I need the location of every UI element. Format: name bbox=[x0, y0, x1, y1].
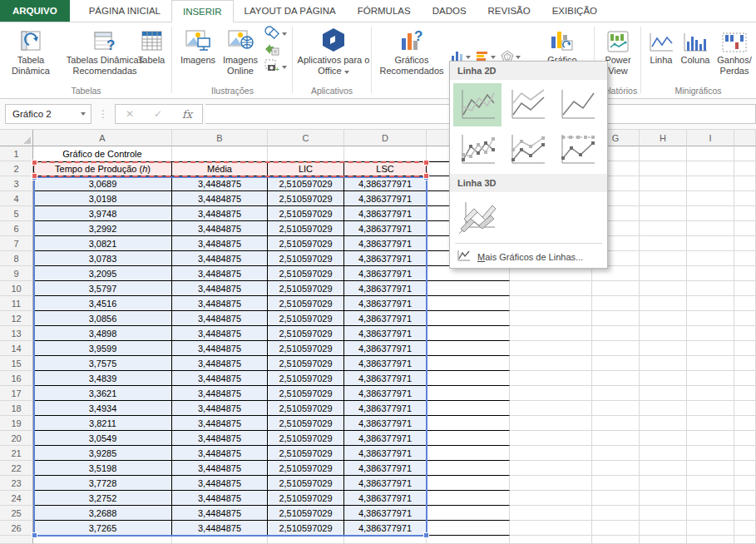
cell[interactable] bbox=[640, 281, 687, 296]
cell-data[interactable]: 3,4484875 bbox=[172, 296, 268, 311]
cell[interactable] bbox=[427, 371, 510, 386]
cell[interactable] bbox=[640, 416, 687, 431]
tile-line-markers-chart[interactable] bbox=[453, 128, 502, 171]
cell-data[interactable]: 3,4484875 bbox=[172, 176, 268, 191]
cell-data[interactable]: 4,386377971 bbox=[344, 476, 427, 491]
ribbon-tab-arquivo[interactable]: ARQUIVO bbox=[0, 0, 70, 22]
pivot-table-button[interactable]: Tabela Dinâmica bbox=[7, 25, 55, 76]
cell-data[interactable]: 3,9285 bbox=[33, 446, 172, 461]
cell-data[interactable]: 4,386377971 bbox=[344, 296, 427, 311]
cell-data[interactable]: 3,4484875 bbox=[172, 311, 268, 326]
cell[interactable] bbox=[640, 401, 687, 416]
cell[interactable] bbox=[687, 536, 734, 544]
cell-data[interactable]: 3,0821 bbox=[33, 236, 172, 251]
cell[interactable] bbox=[427, 281, 510, 296]
cell[interactable] bbox=[687, 476, 734, 491]
cell-header[interactable]: LSC bbox=[344, 161, 427, 176]
cell-data[interactable]: 3,0198 bbox=[33, 191, 172, 206]
row-header-2[interactable]: 2 bbox=[0, 161, 33, 176]
cell[interactable] bbox=[734, 251, 756, 266]
cell-data[interactable]: 3,2688 bbox=[33, 506, 172, 521]
cell[interactable] bbox=[687, 461, 734, 476]
cell[interactable] bbox=[640, 461, 687, 476]
cell[interactable] bbox=[592, 446, 640, 461]
cell-data[interactable]: 3,4484875 bbox=[172, 401, 268, 416]
cell[interactable] bbox=[640, 341, 687, 356]
smartart-button[interactable] bbox=[264, 43, 287, 57]
cell-header[interactable]: LIC bbox=[268, 161, 344, 176]
cell[interactable] bbox=[734, 446, 756, 461]
cell[interactable] bbox=[687, 191, 734, 206]
cell[interactable] bbox=[510, 491, 592, 506]
cell-data[interactable]: 3,2095 bbox=[33, 266, 172, 281]
cell[interactable] bbox=[640, 491, 687, 506]
cell-data[interactable]: 3,5797 bbox=[33, 281, 172, 296]
row-header-4[interactable]: 4 bbox=[0, 191, 33, 206]
cell[interactable] bbox=[510, 356, 592, 371]
cell[interactable] bbox=[510, 476, 592, 491]
table-button[interactable]: Tabela bbox=[131, 25, 171, 66]
cell[interactable] bbox=[734, 146, 756, 161]
row-header-7[interactable]: 7 bbox=[0, 236, 33, 251]
cell[interactable] bbox=[734, 266, 756, 281]
cell[interactable] bbox=[734, 296, 756, 311]
cell-data[interactable]: 2,510597029 bbox=[268, 446, 344, 461]
row-header-21[interactable]: 21 bbox=[0, 446, 33, 461]
cell-data[interactable]: 2,510597029 bbox=[268, 476, 344, 491]
cell[interactable] bbox=[427, 401, 510, 416]
cell[interactable] bbox=[734, 311, 756, 326]
cell[interactable] bbox=[734, 386, 756, 401]
cell-data[interactable]: 3,5198 bbox=[33, 461, 172, 476]
cell-data[interactable]: 2,510597029 bbox=[268, 356, 344, 371]
cell-data[interactable]: 2,510597029 bbox=[268, 341, 344, 356]
cell[interactable] bbox=[687, 521, 734, 536]
cell-data[interactable]: 3,7265 bbox=[33, 521, 172, 536]
cell-data[interactable]: 4,386377971 bbox=[344, 251, 427, 266]
row-header-17[interactable]: 17 bbox=[0, 386, 33, 401]
cell[interactable] bbox=[734, 506, 756, 521]
cell-data[interactable]: 3,4484875 bbox=[172, 191, 268, 206]
tile-3d-line-chart[interactable] bbox=[453, 195, 502, 239]
cell[interactable] bbox=[510, 446, 592, 461]
cell[interactable] bbox=[687, 431, 734, 446]
cell[interactable] bbox=[687, 176, 734, 191]
cell[interactable] bbox=[427, 296, 510, 311]
tile-stacked-line-markers-chart[interactable] bbox=[503, 128, 551, 171]
cell-data[interactable]: 3,0856 bbox=[33, 311, 172, 326]
cell[interactable] bbox=[427, 476, 510, 491]
cell[interactable] bbox=[687, 446, 734, 461]
cell[interactable] bbox=[510, 416, 592, 431]
cell-data[interactable]: 3,9748 bbox=[33, 206, 172, 221]
cell-data[interactable]: 2,510597029 bbox=[268, 461, 344, 476]
row-header-8[interactable]: 8 bbox=[0, 251, 33, 266]
cell[interactable] bbox=[510, 326, 592, 341]
cell-data[interactable]: 4,386377971 bbox=[344, 431, 427, 446]
cell-data[interactable]: 3,4484875 bbox=[172, 236, 268, 251]
cell-header[interactable]: Média bbox=[172, 161, 268, 176]
cell[interactable] bbox=[734, 521, 756, 536]
cell[interactable] bbox=[734, 401, 756, 416]
cell-data[interactable]: 4,386377971 bbox=[344, 341, 427, 356]
cell-data[interactable]: 4,386377971 bbox=[344, 266, 427, 281]
shapes-button[interactable] bbox=[264, 27, 287, 41]
cell[interactable] bbox=[687, 281, 734, 296]
cell-data[interactable]: 3,2992 bbox=[33, 221, 172, 236]
cell[interactable] bbox=[687, 386, 734, 401]
cell[interactable] bbox=[687, 371, 734, 386]
cell-data[interactable]: 3,3621 bbox=[33, 386, 172, 401]
cell[interactable] bbox=[734, 476, 756, 491]
cell[interactable] bbox=[640, 266, 687, 281]
cell[interactable] bbox=[734, 176, 756, 191]
cell[interactable] bbox=[592, 281, 640, 296]
cell[interactable] bbox=[734, 161, 756, 176]
cell-data[interactable]: 4,386377971 bbox=[344, 386, 427, 401]
cell[interactable] bbox=[344, 146, 427, 161]
cell[interactable] bbox=[510, 431, 592, 446]
online-pictures-button[interactable]: Imagens Online bbox=[218, 25, 263, 76]
cell[interactable] bbox=[510, 521, 592, 536]
cell[interactable] bbox=[640, 536, 687, 544]
cell[interactable] bbox=[427, 506, 510, 521]
cell[interactable] bbox=[510, 281, 592, 296]
cell[interactable] bbox=[640, 176, 687, 191]
cell[interactable] bbox=[510, 296, 592, 311]
